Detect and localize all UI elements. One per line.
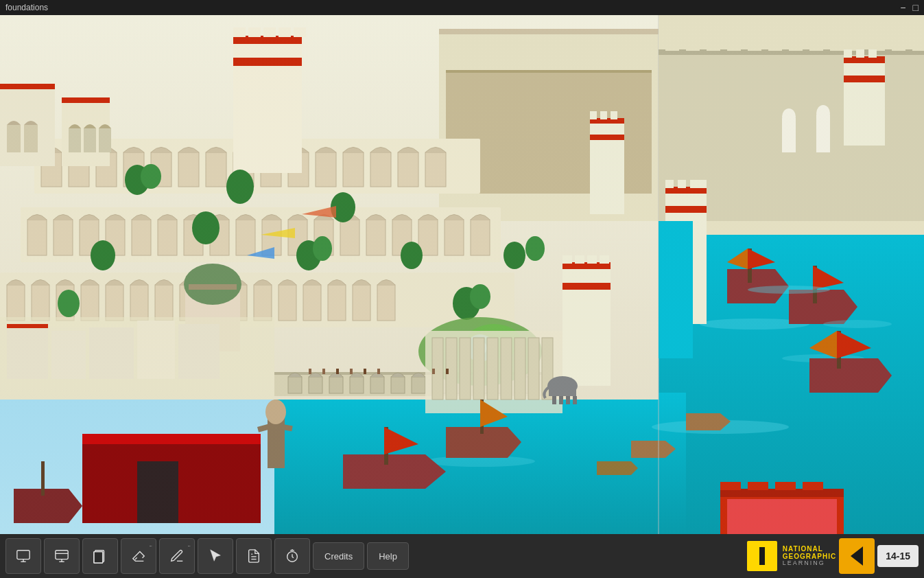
timer-button[interactable] xyxy=(274,538,310,574)
pen-button[interactable]: ··· xyxy=(159,538,195,574)
city-illustration xyxy=(0,15,924,534)
ng-logo xyxy=(747,541,777,571)
multipage-button[interactable] xyxy=(82,538,118,574)
ng-branding: NATIONAL GEOGRAPHIC LEARNING xyxy=(747,541,836,571)
dots-indicator: ··· xyxy=(149,543,152,549)
maximize-button[interactable]: □ xyxy=(913,3,919,12)
help-button[interactable]: Help xyxy=(367,542,409,570)
eraser-button[interactable]: ··· xyxy=(121,538,156,574)
page-number-display: 14-15 xyxy=(877,545,919,567)
svg-rect-248 xyxy=(17,551,29,559)
svg-rect-251 xyxy=(56,551,68,559)
pointer-tool-button[interactable] xyxy=(44,538,80,574)
titlebar-title: foundations xyxy=(5,3,48,12)
document-button[interactable] xyxy=(236,538,272,574)
toolbar: ··· ··· xyxy=(0,534,924,578)
titlebar: foundations − □ xyxy=(0,0,924,15)
minimize-button[interactable]: − xyxy=(900,3,905,12)
select-tool-button[interactable] xyxy=(198,538,233,574)
svg-rect-247 xyxy=(0,15,924,534)
pen-dots-indicator: ··· xyxy=(187,543,190,549)
screen-button[interactable] xyxy=(5,538,41,574)
credits-button[interactable]: Credits xyxy=(313,542,364,570)
ng-national-text: NATIONAL xyxy=(783,545,836,553)
titlebar-controls: − □ xyxy=(900,3,919,12)
ng-text-block: NATIONAL GEOGRAPHIC LEARNING xyxy=(783,545,836,567)
main-content-area xyxy=(0,15,924,534)
previous-page-button[interactable] xyxy=(839,538,875,574)
svg-rect-262 xyxy=(759,547,765,565)
svg-rect-256 xyxy=(94,552,103,564)
ng-learning-text: LEARNING xyxy=(783,560,836,567)
